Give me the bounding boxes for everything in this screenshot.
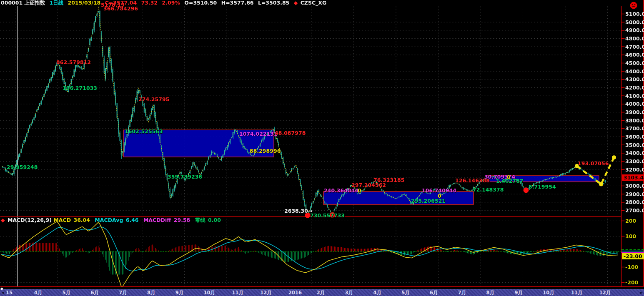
price-tick-label: 3200.0 — [625, 167, 644, 173]
price-tick-label: 3500.0 — [625, 142, 644, 148]
time-axis-label: 6月 — [430, 290, 438, 296]
price-tick-label: 3700.0 — [625, 125, 644, 132]
high-value: H=3577.66 — [221, 0, 254, 6]
price-tick-label: 2800.0 — [625, 199, 644, 205]
price-tick-label: 2900.0 — [625, 191, 644, 197]
time-axis-label: 10月 — [543, 290, 554, 296]
time-axis-label: 5月 — [63, 290, 71, 296]
chart-annotation: 1074.022131 — [239, 131, 278, 137]
price-tick-label: 5100.0 — [625, 11, 644, 17]
chart-annotation: 5.719954 — [529, 184, 556, 190]
macd-avg-value: 6.46 — [126, 217, 139, 223]
price-tick-label: 2700.0 — [625, 207, 644, 214]
indicator-name[interactable]: CZSC_XG — [301, 0, 327, 6]
price-tick-label: 4900.0 — [625, 27, 644, 33]
time-axis-label: 11月 — [571, 290, 583, 296]
chart-annotation: 196.271033 — [63, 85, 97, 91]
macd-tick-label: -200 — [625, 279, 638, 286]
price-tick-label: 3600.0 — [625, 134, 644, 140]
macd-diff-value: 29.58 — [174, 217, 190, 223]
indicator-diamond-icon: ◆ — [294, 0, 298, 6]
horizontal-scrollbar[interactable]: ◄ ► 154月5月6月7月8月9月10月11月12月20162月3月4月5月6… — [0, 289, 644, 296]
macd-avg-label: MACDAvg — [95, 217, 123, 223]
price-tick-label: 3900.0 — [625, 109, 644, 115]
symbol-code: 000001 — [1, 0, 23, 6]
chart-annotation: 862.579812 — [56, 59, 91, 65]
time-axis-label: 6月 — [90, 290, 99, 296]
chart-annotation: 1.402787 — [496, 178, 524, 184]
loser-face-icon[interactable] — [629, 1, 638, 11]
price-tick-label: 4300.0 — [625, 76, 644, 82]
price-tick-label: 3000.0 — [625, 183, 644, 189]
time-axis-label: 15 — [6, 290, 13, 296]
macd-diff-label: MACDDiff — [143, 217, 171, 223]
zero-line-label: 零线 — [195, 217, 205, 223]
open-value: O=3510.50 — [184, 0, 217, 6]
scroll-right-arrow[interactable]: ► — [640, 290, 643, 295]
chart-annotation: 0 — [358, 187, 361, 194]
price-tick-label: 3800.0 — [625, 117, 644, 124]
bar-date: 2015/03/18 — [68, 0, 101, 6]
charting-app-window: { "header": { "symbol": "000001", "name"… — [0, 0, 644, 296]
macd-panel-header: ◆ MACD(12,26,9) MACD 36.04 MACDAvg 6.46 … — [1, 217, 224, 223]
change-pct-value: 2.09% — [162, 0, 180, 6]
chart-annotation: 29.959248 — [7, 164, 38, 170]
time-axis-label: 8月 — [147, 290, 155, 296]
time-axis-label: 9月 — [175, 290, 184, 296]
close-value: C=3577.04 — [105, 0, 137, 6]
time-axis-label: 2016 — [288, 290, 302, 296]
symbol-name: 上证指数 — [24, 0, 45, 6]
time-axis-label: 10月 — [204, 290, 216, 296]
price-tick-label: 4200.0 — [625, 85, 644, 91]
price-tick-label: 3300.0 — [625, 158, 644, 164]
time-axis-label: 9月 — [514, 290, 523, 296]
macd-diamond-icon: ◆ — [1, 217, 5, 223]
price-tick-label: 5000.0 — [625, 19, 644, 25]
time-axis-label: 12月 — [599, 290, 611, 296]
macd-tick-label: -100 — [625, 264, 638, 270]
price-tick-label: 4600.0 — [625, 52, 644, 58]
time-axis-label: 2月 — [317, 290, 325, 296]
time-axis-label: 4月 — [373, 290, 381, 296]
chart-title-bar: 000001上证指数 1日线 2015/03/18 C=3577.04 73.3… — [1, 0, 329, 6]
chart-annotation: 359.739236 — [168, 174, 202, 180]
time-axis-label: 5月 — [401, 290, 410, 296]
chart-canvas[interactable] — [0, 0, 644, 296]
time-axis-label: 11月 — [232, 290, 243, 296]
time-axis-label: 3月 — [345, 290, 353, 296]
price-tick-label: 4100.0 — [625, 93, 644, 99]
chart-annotation: 0 — [438, 193, 441, 199]
scroll-left-arrow[interactable]: ◄ — [1, 290, 4, 295]
chart-annotation: 88.298996 — [250, 148, 281, 154]
price-tick-label: 4700.0 — [625, 44, 644, 50]
current-macd-badge: -23.00 — [622, 253, 644, 259]
chart-annotation: 240.364844 — [324, 187, 358, 194]
price-tick-label: 4800.0 — [625, 35, 644, 42]
time-axis-label: 8月 — [486, 290, 495, 296]
chart-annotation: 1602.525563 — [125, 128, 163, 134]
macd-value: 36.04 — [73, 217, 90, 223]
time-axis-label: 4月 — [34, 290, 43, 296]
chart-annotation: 730.557733 — [310, 212, 345, 219]
time-axis-label: 7月 — [119, 290, 127, 296]
chart-annotation: 274.25795 — [138, 96, 169, 102]
change-value: 73.32 — [141, 0, 158, 6]
period-label[interactable]: 1日线 — [50, 0, 64, 6]
price-tick-label: 4000.0 — [625, 101, 644, 107]
macd-tick-label: 200 — [625, 218, 636, 224]
chart-annotation: 193.07056 — [578, 160, 609, 167]
price-tick-label: 4400.0 — [625, 68, 644, 75]
time-axis-label: 12月 — [260, 290, 272, 296]
macd-label: MACD — [53, 217, 71, 223]
macd-avg-marker-stripe — [621, 251, 644, 251]
macd-title[interactable]: MACD(12,26,9) — [8, 217, 52, 223]
chart-annotation: 72.148378 — [473, 187, 504, 193]
zero-line-value: 0.00 — [208, 217, 221, 223]
current-price-badge: 3103.4 — [622, 174, 644, 181]
zero-marker-stripe — [621, 249, 644, 250]
chart-annotation: 76.323185 — [373, 177, 404, 183]
chart-annotation: 2638.30→ — [284, 208, 312, 214]
macd-tick-label: 100 — [625, 233, 636, 239]
low-value: L=3503.85 — [258, 0, 289, 6]
price-tick-label: 4500.0 — [625, 60, 644, 66]
